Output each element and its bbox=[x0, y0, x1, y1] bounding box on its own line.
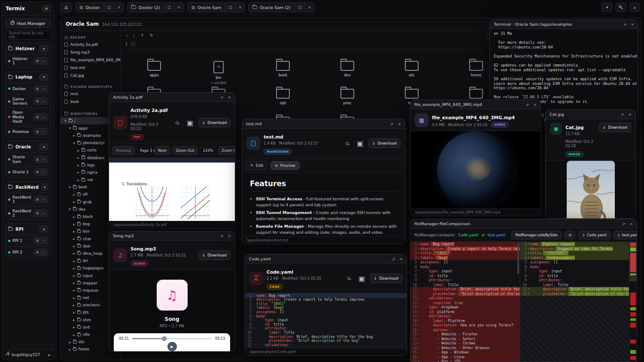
host-terminal-icon[interactable]: >_ bbox=[41, 196, 48, 202]
host-item-racknerd-1[interactable]: RackNerd 1▤>_ bbox=[6, 193, 51, 206]
preview-tab[interactable]: ⊙Preview bbox=[270, 161, 300, 170]
group-header[interactable]: Hetzner▼ bbox=[6, 43, 51, 54]
group-header[interactable]: Oracle▼ bbox=[6, 141, 51, 152]
search-in-file-button[interactable] bbox=[173, 118, 182, 127]
host-manager-button[interactable]: Host Manager bbox=[5, 18, 51, 28]
host-item-oracle-sam[interactable]: Oracle Sam▤>_ bbox=[6, 152, 51, 166]
host-connect-icon[interactable]: ▤ bbox=[34, 98, 41, 104]
host-connect-icon[interactable]: ▤ bbox=[34, 196, 41, 202]
expand-icon[interactable]: ⇗ bbox=[621, 112, 624, 117]
chevron-down-icon[interactable]: ▼ bbox=[39, 226, 48, 232]
tree-chevron-right-icon[interactable]: ▶ bbox=[73, 274, 76, 277]
expand-icon[interactable]: ⇗ bbox=[392, 257, 395, 261]
host-item-docker[interactable]: Docker▤>_ bbox=[6, 83, 51, 94]
split-tab-icon[interactable]: ◫ bbox=[295, 3, 305, 12]
tree-chevron-right-icon[interactable]: ▶ bbox=[73, 237, 76, 240]
download-button[interactable]: ↓Download bbox=[368, 139, 401, 148]
close-tab-icon[interactable]: × bbox=[114, 3, 124, 12]
fold-icon[interactable]: ▾ bbox=[253, 344, 256, 346]
tree-chevron-down-icon[interactable]: ▼ bbox=[68, 127, 71, 130]
close-icon[interactable]: × bbox=[629, 222, 633, 226]
close-icon[interactable]: × bbox=[398, 122, 401, 126]
refresh-icon[interactable]: ↻ bbox=[149, 33, 153, 38]
side-by-side-button[interactable]: fileManager.sideBySide bbox=[511, 231, 562, 239]
host-connect-icon[interactable]: ▤ bbox=[34, 169, 41, 175]
tree-chevron-right-icon[interactable]: ▶ bbox=[73, 252, 76, 255]
collapse-tabs-button[interactable]: ▾ bbox=[601, 3, 613, 12]
tree-chevron-right-icon[interactable]: ▶ bbox=[73, 281, 76, 284]
diff-minimap[interactable] bbox=[629, 242, 637, 362]
tree-chevron-right-icon[interactable]: ▶ bbox=[73, 296, 76, 299]
tree-chevron-right-icon[interactable]: ▶ bbox=[73, 200, 76, 203]
nav-forward-icon[interactable]: › bbox=[133, 33, 135, 38]
diff-titlebar[interactable]: fileManager:fileComparison ⇗× bbox=[410, 219, 637, 229]
tab-oracle-sam[interactable]: ▤Oracle Sam◫× bbox=[187, 2, 246, 12]
play-button[interactable]: ▶ bbox=[167, 342, 177, 351]
preview-mode-button[interactable]: ▣ bbox=[355, 139, 365, 148]
compare-left-file[interactable]: Code.yaml bbox=[459, 233, 479, 237]
download-left-button[interactable]: ↓Code.yaml bbox=[578, 231, 610, 239]
pdf-page[interactable]: 1. Translations: bbox=[109, 163, 235, 221]
expand-icon[interactable]: ⇗ bbox=[622, 222, 626, 226]
preview-mode-button[interactable]: ▣ bbox=[357, 274, 367, 283]
compare-right-file[interactable]: test.yaml bbox=[488, 233, 505, 237]
tab-label[interactable]: Oracle Sam (2) bbox=[249, 3, 295, 12]
audio-titlebar[interactable]: Song.mp3 ⇗× bbox=[109, 231, 235, 241]
zoom-out-button[interactable]: Zoom Out bbox=[173, 146, 198, 155]
breadcrumb-path[interactable]: / bbox=[126, 42, 127, 46]
recent-file-item[interactable]: Cat.jpg bbox=[61, 72, 120, 79]
host-terminal-icon[interactable]: >_ bbox=[41, 86, 48, 92]
expand-icon[interactable]: ⇗ bbox=[390, 122, 394, 126]
tree-chevron-right-icon[interactable]: ▶ bbox=[73, 134, 76, 137]
host-connect-icon[interactable]: ▤ bbox=[34, 129, 41, 135]
next-page-button[interactable]: Next bbox=[155, 146, 170, 155]
grid-opt[interactable]: opt bbox=[251, 89, 315, 105]
tab-oracle-sam-2-[interactable]: Oracle Sam (2)◫× bbox=[248, 2, 315, 12]
tree-chevron-right-icon[interactable]: ▶ bbox=[68, 341, 71, 344]
recent-file-item[interactable]: Activity 2a.pdf bbox=[61, 41, 120, 48]
tab-label[interactable]: ▤Oracle Sam bbox=[188, 3, 225, 12]
host-terminal-icon[interactable]: >_ bbox=[41, 238, 48, 244]
grid-dev[interactable]: dev bbox=[315, 61, 380, 77]
tree-chevron-right-icon[interactable]: ▶ bbox=[77, 178, 80, 181]
tree-chevron-right-icon[interactable]: ▶ bbox=[73, 311, 76, 314]
expand-icon[interactable]: ⇗ bbox=[623, 22, 627, 27]
image-titlebar[interactable]: Cat.jpg ⇗× bbox=[546, 110, 635, 119]
host-terminal-icon[interactable]: >_ bbox=[41, 249, 48, 255]
host-terminal-icon[interactable]: >_ bbox=[41, 114, 48, 120]
code-titlebar[interactable]: Code.yaml ⇗× bbox=[245, 254, 407, 264]
search-in-file-button[interactable] bbox=[343, 139, 352, 148]
home-tab[interactable]: ⌂ bbox=[60, 2, 72, 12]
close-tab-icon[interactable]: × bbox=[174, 3, 184, 12]
host-connect-icon[interactable]: ▤ bbox=[34, 249, 41, 255]
nav-back-icon[interactable]: ‹ bbox=[126, 33, 128, 38]
tree-chevron-right-icon[interactable]: ▶ bbox=[77, 163, 80, 166]
close-icon[interactable]: × bbox=[399, 257, 403, 261]
host-connect-icon[interactable]: ▤ bbox=[34, 238, 41, 244]
tree-chevron-right-icon[interactable]: ▶ bbox=[73, 230, 76, 233]
host-terminal-icon[interactable]: >_ bbox=[41, 98, 48, 104]
tree-chevron-right-icon[interactable]: ▶ bbox=[73, 267, 76, 270]
host-item-racknerd-2[interactable]: RackNerd 2▤>_ bbox=[6, 206, 51, 220]
fold-icon[interactable]: ▾ bbox=[253, 327, 256, 330]
recent-file-item[interactable]: test.md bbox=[61, 64, 120, 72]
download-button[interactable]: ↓Download bbox=[599, 123, 631, 132]
tree-chevron-right-icon[interactable]: ▶ bbox=[73, 244, 76, 247]
grid-proc[interactable]: proc bbox=[315, 89, 380, 105]
code-editor[interactable]: 1name: Bug report2description: Create a … bbox=[245, 293, 407, 348]
close-tab-icon[interactable]: × bbox=[304, 3, 314, 12]
grid-etc[interactable]: etc bbox=[380, 61, 444, 77]
tree-chevron-right-icon[interactable]: ▶ bbox=[77, 156, 80, 159]
close-icon[interactable]: × bbox=[628, 112, 632, 117]
pdf-titlebar[interactable]: Activity 2a.pdf ⇗× bbox=[109, 93, 235, 102]
expand-tabs-button[interactable]: ▴ bbox=[629, 3, 640, 12]
host-item-oracle-1[interactable]: Oracle 1▤>_ bbox=[6, 166, 51, 178]
close-icon[interactable]: × bbox=[533, 103, 537, 107]
swap-icon[interactable]: ⇄ bbox=[481, 233, 484, 237]
tree-chevron-down-icon[interactable]: ▼ bbox=[73, 142, 76, 145]
tree-chevron-right-icon[interactable]: ▶ bbox=[73, 215, 76, 218]
tree-chevron-right-icon[interactable]: ▶ bbox=[73, 304, 76, 307]
group-header[interactable]: Laptop▼ bbox=[6, 72, 51, 83]
split-tab-icon[interactable]: ◫ bbox=[225, 3, 235, 12]
admin-key-button[interactable] bbox=[615, 3, 626, 12]
